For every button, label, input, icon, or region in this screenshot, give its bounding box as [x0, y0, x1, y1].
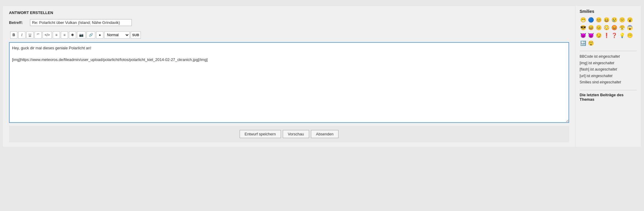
smilies-title: Smilies — [580, 9, 637, 14]
smiley-4[interactable]: 😄 — [603, 16, 610, 23]
bbcode-item-flash: [flash] ist ausgeschaltet — [580, 66, 637, 73]
smiley-18[interactable]: ❗ — [603, 32, 610, 39]
star-button[interactable]: ✱ — [69, 31, 76, 39]
smiley-7[interactable]: 😮 — [626, 16, 634, 23]
list-bullet-button[interactable]: ≡ — [53, 31, 60, 39]
smiley-1[interactable]: 😁 — [580, 16, 587, 23]
bold-button[interactable]: B — [10, 31, 17, 39]
bbcode-item-url: [url] ist eingeschaltet — [580, 73, 637, 79]
smiley-15[interactable]: 😈 — [580, 32, 587, 39]
image-button[interactable]: 📷 — [77, 31, 86, 39]
smiley-11[interactable]: 😳 — [603, 24, 610, 31]
smiley-2[interactable]: 🔵 — [587, 16, 595, 23]
underline-button[interactable]: U — [26, 31, 34, 39]
section-title: ANTWORT ERSTELLEN — [9, 10, 569, 15]
smiley-16[interactable]: 👿 — [587, 32, 595, 39]
smiley-19[interactable]: ❓ — [611, 32, 618, 39]
smiley-8[interactable]: 😎 — [580, 24, 587, 31]
smiley-3[interactable]: 😊 — [595, 16, 602, 23]
link-button[interactable]: 🔗 — [87, 31, 95, 39]
bbcode-item-bbcode: BBCode ist eingeschaltet — [580, 53, 637, 60]
sub-button[interactable]: SUB — [131, 31, 140, 39]
editor-toolbar: B I U “” </> ≡ ≡ ✱ 📷 🔗 ● Normal Heading … — [9, 30, 569, 40]
smiley-12[interactable]: 😡 — [611, 24, 618, 31]
action-bar: Entwurf speichern Vorschau Absenden — [9, 126, 569, 142]
subject-input[interactable] — [30, 19, 132, 26]
smiley-23[interactable]: 😲 — [587, 39, 595, 47]
italic-button[interactable]: I — [18, 31, 25, 39]
smiley-9[interactable]: 😆 — [587, 24, 595, 31]
bbcode-item-smilies: Smilies sind eingeschaltet — [580, 79, 637, 86]
save-draft-button[interactable]: Entwurf speichern — [240, 130, 281, 138]
bbcode-info: BBCode ist eingeschaltet [img] ist einge… — [580, 51, 637, 86]
sidebar: Smilies 😁 🔵 😊 😄 😢 😕 😮 😎 😆 😐 😳 😡 😤 😱 😈 — [575, 6, 641, 147]
smiley-10[interactable]: 😐 — [595, 24, 602, 31]
subject-label: Betreff: — [9, 20, 27, 25]
editor-textarea[interactable]: Hey, guck dir mal dieses geniale Polarli… — [9, 42, 569, 123]
last-posts-title: Die letzten Beiträge des Themas — [580, 90, 637, 102]
preview-button[interactable]: Vorschau — [283, 130, 309, 138]
smilies-grid: 😁 🔵 😊 😄 😢 😕 😮 😎 😆 😐 😳 😡 😤 😱 😈 👿 😏 — [580, 16, 637, 47]
editor-wrapper: Hey, guck dir mal dieses geniale Polarli… — [9, 42, 569, 123]
smiley-6[interactable]: 😕 — [619, 16, 626, 23]
quote-button[interactable]: “” — [34, 31, 42, 39]
subject-row: Betreff: — [9, 19, 569, 26]
smiley-21[interactable]: 😶 — [626, 32, 634, 39]
smiley-14[interactable]: 😱 — [626, 24, 634, 31]
smiley-5[interactable]: 😢 — [611, 16, 618, 23]
smiley-22[interactable]: 🔙 — [580, 39, 587, 47]
smiley-20[interactable]: 💡 — [619, 32, 626, 39]
format-select[interactable]: Normal Heading 1 Heading 2 Heading 3 — [104, 31, 130, 39]
smiley-17[interactable]: 😏 — [595, 32, 602, 39]
smiley-13[interactable]: 😤 — [619, 24, 626, 31]
code-button[interactable]: </> — [43, 31, 52, 39]
color-button[interactable]: ● — [96, 31, 103, 39]
submit-button[interactable]: Absenden — [311, 130, 339, 138]
list-number-button[interactable]: ≡ — [61, 31, 68, 39]
bbcode-item-img: [img] ist eingeschaltet — [580, 60, 637, 67]
